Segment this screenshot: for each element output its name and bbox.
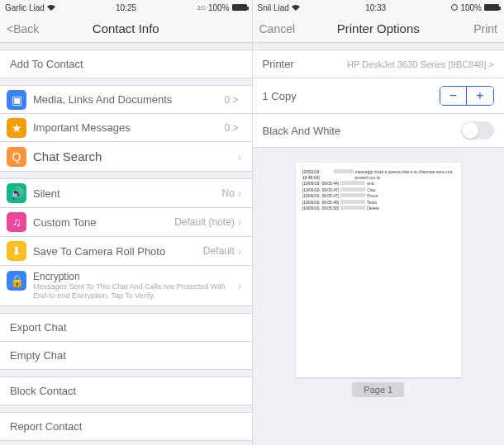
printer-value: HP DeskJet 3630 Series [9BC848] > [347,59,494,69]
preview-text: end. [367,181,375,187]
battery-pct: 100% [460,3,482,12]
cancel-button[interactable]: Cancel [259,22,301,36]
page-indicator: Page 1 [352,382,404,397]
printer-select-row[interactable]: Printer HP DeskJet 3630 Series [9BC848] … [253,50,505,78]
preview-ts: [19/09/19, 09:05:47] [302,193,339,199]
clock: 10:33 [365,3,386,12]
media-label: Media, Links And Documents [33,93,224,106]
chevron-right-icon: › [238,187,242,200]
music-note-icon: ♫ [7,212,26,232]
add-to-contact-row[interactable]: Add To Contact [0,50,252,78]
nav-bar: Cancel Printer Options Print [253,15,505,43]
preview-ts: [19/09/19, 09:05:48] [302,200,339,206]
lock-icon: 🔒 [7,271,26,291]
bw-row: Black And White [253,114,505,148]
clock: 10:25 [116,3,136,12]
download-icon: ⬇ [7,241,26,261]
preview-text: Delete [367,206,378,211]
empty-chat-row[interactable]: Empty Chat [0,342,252,370]
redacted-icon [340,200,365,204]
photo-icon: ▣ [7,90,26,110]
media-value: 0 > [224,94,238,106]
back-button[interactable]: <Back [7,22,48,36]
silent-label: Silent [33,187,221,200]
preview-ts: [19/09/19, 09:05:47] [302,187,339,193]
preview-page[interactable]: [20/02/19, 18:48:04] messaggi invati a q… [296,163,461,377]
add-contact-label: Add To Contact [10,58,242,70]
media-row[interactable]: ▣ Media, Links And Documents 0 > [0,85,252,114]
chat-search-label: Chat Search [33,149,238,163]
preview-ts: [20/02/19, 18:48:04] [302,169,332,180]
preview-text: Prova [367,193,378,199]
preview-text: Ciao [367,187,375,193]
redacted-icon [340,206,365,210]
redacted-icon [340,187,365,192]
chat-search-row[interactable]: Q Chat Search › [0,142,252,172]
encryption-title: Encryption [33,271,238,282]
custom-tone-row[interactable]: ♫ Custom Tone Default (note) › [0,208,252,237]
wifi-icon [292,4,300,11]
battery-pct: 100% [208,3,230,12]
carrier-label: Snil Liad [258,3,289,12]
copies-row: 1 Copy − + [253,78,505,114]
carrier-label: Garlic Liad [5,3,45,12]
speaker-icon: 🔊 [7,183,26,203]
important-value: 0 > [224,122,238,134]
silent-value: No [221,187,234,199]
export-chat-row[interactable]: Export Chat [0,313,252,342]
chevron-right-icon: › [238,150,242,163]
sync-icon [451,4,458,11]
empty-label: Empty Chat [10,349,242,362]
bw-label: Black And White [263,125,462,137]
decrement-button[interactable]: − [440,87,467,105]
print-button[interactable]: Print [456,22,497,36]
preview-ts: [19/09/19, 09:05:44] [302,181,339,187]
copy-stepper: − + [440,86,494,106]
encryption-row[interactable]: 🔒 Encryption Messages Sent To This Chat … [0,266,252,306]
preview-ts: [19/09/19, 09:05:50] [302,206,339,211]
save-photo-label: Save To Camera Roll Photo [33,245,203,258]
redacted-icon [334,169,354,173]
chevron-right-icon: › [238,215,242,229]
bw-switch[interactable] [461,121,494,140]
increment-button[interactable]: + [467,87,493,105]
printer-label: Printer [263,58,347,70]
star-icon: ★ [7,118,26,138]
battery-icon [484,4,499,11]
page-title: Printer Options [301,21,457,36]
wifi-icon [47,4,55,11]
preview-text: messaggi invati a questa chat e le chiam… [355,169,454,180]
block-label: Block Contact [10,385,242,397]
redacted-icon [340,181,365,185]
print-preview: [20/02/19, 18:48:04] messaggi invati a q… [253,148,505,445]
preview-text: Testo [367,200,377,206]
export-label: Export Chat [10,321,242,334]
redacted-icon [340,193,365,197]
chevron-right-icon: › [238,244,242,258]
report-contact-row[interactable]: Report Contact [0,412,252,441]
battery-icon [232,4,247,11]
nav-bar: <Back Contact Info [0,15,252,43]
save-photo-row[interactable]: ⬇ Save To Camera Roll Photo Default › [0,237,252,266]
page-title: Contact Info [48,21,204,36]
signal-mode: 3G [197,4,206,12]
encryption-sub: Messages Sent To This Chat And Calls Are… [33,282,238,301]
report-label: Report Contact [10,420,242,433]
save-photo-value: Default [203,245,235,257]
search-icon: Q [7,147,26,167]
copies-label: 1 Copy [263,90,440,102]
status-bar: Snil Liad 10:33 100% [253,0,505,15]
important-row[interactable]: ★ Important Messages 0 > [0,114,252,142]
silent-row[interactable]: 🔊 Silent No › [0,178,252,208]
chevron-right-icon: › [238,279,242,292]
left-screen: Garlic Liad 10:25 3G 100% <Back Contact … [0,0,253,445]
right-screen: Snil Liad 10:33 100% Cancel Printer Opti… [253,0,505,445]
custom-tone-label: Custom Tone [33,216,174,229]
block-contact-row[interactable]: Block Contact [0,376,252,405]
custom-tone-value: Default (note) [174,216,235,228]
important-label: Important Messages [33,121,224,134]
status-bar: Garlic Liad 10:25 3G 100% [0,0,252,15]
